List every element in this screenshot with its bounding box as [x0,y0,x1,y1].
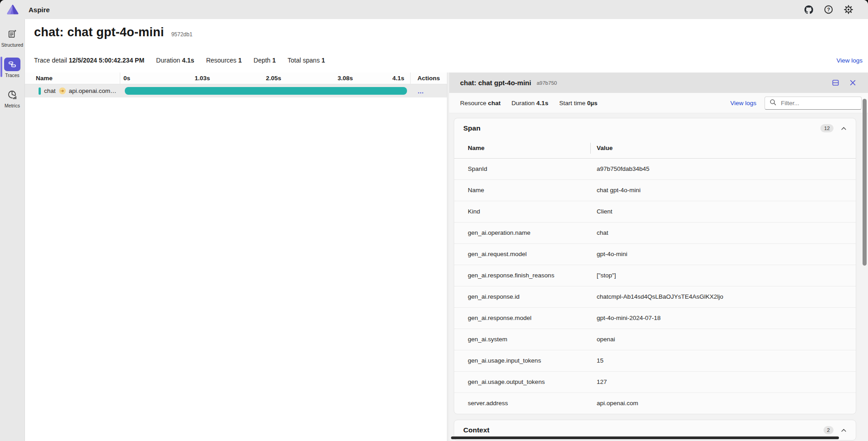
attr-value: chat gpt-4o-mini [590,179,856,201]
attr-row: gen_ai.response.finish_reasons ["stop"] [454,265,856,286]
top-bar: Aspire ? [0,0,868,19]
attr-value: 15 [590,350,856,371]
trace-waterfall: Name 0s 1.03s 2.05s 3.08s 4.1s Actions c… [25,73,447,441]
span-color-mark [39,87,41,95]
span-details-panel: chat: chat gpt-4o-mini a97b750 [449,73,868,441]
attr-value: api.openai.com [590,393,856,414]
sidebar-item-traces[interactable]: Traces [0,55,25,80]
outgoing-arrow-icon: ➜ [59,87,66,94]
aspire-logo-icon [0,4,25,15]
nav-sidebar: Structured Traces [0,19,25,441]
waterfall-header-row: Name 0s 1.03s 2.05s 3.08s 4.1s Actions [25,73,447,84]
details-panel-header: chat: chat gpt-4o-mini a97b750 [449,73,868,93]
trace-detail-header: Trace detail 12/5/2024 5:00:42.234 PM Du… [25,45,868,73]
attr-value: ["stop"] [590,265,856,286]
filter-input[interactable] [780,99,862,107]
trace-stat-resources: Resources 1 [206,57,242,64]
attr-row: gen_ai.response.model gpt-4o-mini-2024-0… [454,307,856,329]
settings-icon[interactable] [842,3,855,16]
span-row-selected[interactable]: chat ➜ api.openai.com… … [25,84,447,97]
tick-label: 1.03s [195,73,210,84]
github-icon[interactable] [802,3,815,16]
attr-value: chat [590,222,856,243]
attr-value: gpt-4o-mini [590,243,856,265]
trace-stat-total-spans: Total spans 1 [288,57,325,64]
details-content: Span 12 Name Value [449,113,868,441]
attr-value: chatcmpl-Ab14sd4QsLBaOJYsTE4AsGlKX2ljo [590,286,856,307]
attr-row: gen_ai.operation.name chat [454,222,856,243]
details-title: chat: chat gpt-4o-mini [460,79,531,87]
section-count-badge: 2 [824,426,834,434]
attr-row: Name chat gpt-4o-mini [454,179,856,201]
metrics-icon [4,88,20,102]
attr-value: Client [590,201,856,222]
details-subheader: Resource chat Duration 4.1s Start time 0… [449,93,868,113]
span-timeline-cell [120,84,411,97]
page-title: chat: chat gpt-4o-mini [34,25,164,39]
attr-value: 127 [590,371,856,393]
sidebar-item-label: Structured [1,42,23,48]
section-count-badge: 12 [820,124,834,132]
row-actions-menu-button[interactable]: … [417,87,424,95]
split-panel-icon[interactable] [832,79,839,87]
attr-row: SpanId a97b750fdab34b45 [454,158,856,179]
chevron-up-icon[interactable] [841,428,847,432]
attr-name: SpanId [454,158,590,179]
attr-name: Name [454,179,590,201]
horizontal-scrollbar-thumb[interactable] [451,436,839,439]
column-header-actions: Actions [411,73,447,84]
span-actions-cell: … [411,84,447,97]
trace-detail-timestamp: Trace detail 12/5/2024 5:00:42.234 PM [34,57,144,64]
sidebar-item-structured[interactable]: Structured [0,24,25,49]
attr-name: gen_ai.system [454,329,590,350]
attr-name: server.address [454,393,590,414]
vertical-scrollbar-thumb[interactable] [863,99,867,266]
attr-col-name: Name [454,138,590,158]
attr-name: gen_ai.response.model [454,307,590,329]
span-name-cell: chat ➜ api.openai.com… [25,84,120,97]
attr-row: gen_ai.request.model gpt-4o-mini [454,243,856,265]
attr-name: gen_ai.response.id [454,286,590,307]
page-header: chat: chat gpt-4o-mini 9572db1 [25,19,868,45]
attr-name: gen_ai.request.model [454,243,590,265]
attr-row: Kind Client [454,201,856,222]
svg-text:?: ? [827,7,830,12]
span-attributes-table: Name Value SpanId a97b750fdab34b45 [454,138,856,414]
span-bar[interactable] [125,87,407,95]
span-section-header[interactable]: Span 12 [454,118,856,138]
detail-stat-resource: Resource chat [460,100,500,107]
search-icon [770,99,776,107]
span-name: chat [44,87,56,94]
sidebar-item-metrics[interactable]: Metrics [0,85,25,110]
attr-table-header: Name Value [454,138,856,158]
sidebar-item-label: Traces [5,73,20,78]
attr-value: openai [590,329,856,350]
attr-row: gen_ai.usage.input_tokens 15 [454,350,856,371]
view-logs-link[interactable]: View logs [836,57,863,64]
help-icon[interactable]: ? [822,3,835,16]
panel-view-logs-link[interactable]: View logs [730,100,756,107]
attr-name: gen_ai.usage.input_tokens [454,350,590,371]
traces-icon [4,58,20,71]
section-title: Context [463,426,490,434]
close-panel-icon[interactable] [849,79,856,86]
trace-id-badge: 9572db1 [171,31,192,38]
attr-col-value: Value [590,138,856,158]
attr-row: gen_ai.system openai [454,329,856,350]
tick-label: 3.08s [338,73,353,84]
trace-stat-duration: Duration 4.1s [156,57,194,64]
main-area: chat: chat gpt-4o-mini 9572db1 Trace det… [25,19,868,441]
aspire-dashboard-window: Aspire ? [0,0,868,441]
column-header-name: Name [25,73,120,84]
filter-box [765,97,862,110]
detail-stat-duration: Duration 4.1s [511,100,548,107]
sidebar-item-label: Metrics [5,103,20,108]
attr-name: gen_ai.operation.name [454,222,590,243]
tick-label: 4.1s [392,73,404,84]
structured-logs-icon [4,27,20,41]
span-section-card: Span 12 Name Value [454,118,856,414]
timeline-ruler: 0s 1.03s 2.05s 3.08s 4.1s [120,73,411,84]
chevron-up-icon[interactable] [841,126,847,131]
span-id-badge: a97b750 [537,80,557,86]
attr-name: gen_ai.response.finish_reasons [454,265,590,286]
